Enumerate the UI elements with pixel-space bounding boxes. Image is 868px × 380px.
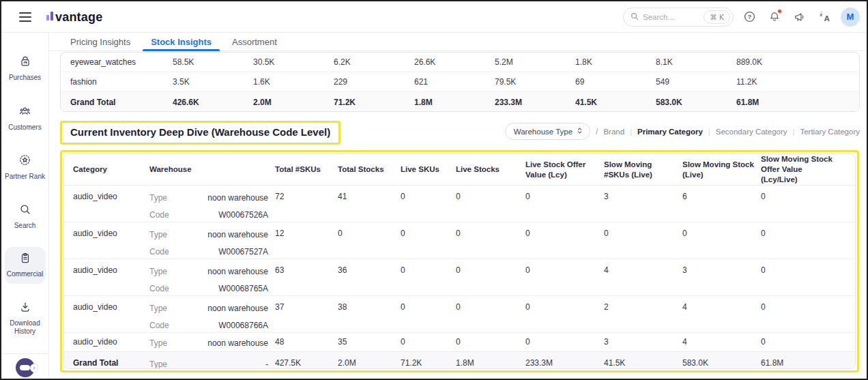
filter-primary-category[interactable]: Primary Category [637,128,703,136]
purchases-icon [19,55,31,70]
table-row: audio_video TypeCode noon warehouseW0006… [64,259,855,296]
sidebar-item-commercial[interactable]: Commercial [5,247,46,284]
sidebar-item-partner-rank[interactable]: Partner Rank [5,149,46,186]
logo-text: vantage [55,11,102,23]
slash-separator: / [596,127,598,136]
tab-pricing-insights[interactable]: Pricing Insights [70,33,130,50]
filter-brand[interactable]: Brand [603,128,624,136]
table-row: audio_video TypeCode noon warehouseW0006… [64,296,855,333]
pipe-separator: | [630,128,632,136]
svg-text:?: ? [747,14,751,20]
row-label: fashion [70,77,173,87]
filter-tertiary-category[interactable]: Tertiary Category [800,128,860,136]
sidebar-footer: › › [1,353,48,380]
megaphone-icon[interactable] [790,8,809,27]
customers-icon [18,104,31,120]
tab-stock-insights[interactable]: Stock Insights [151,33,212,50]
partner-rank-icon [18,154,31,169]
grand-total-row: Grand Total TypeCode -- 427.5K2.0M 71.2K… [64,351,855,369]
menu-icon[interactable] [19,12,31,22]
pipe-separator: | [708,128,710,136]
keyboard-shortcut-badge: ⌘ K [704,10,730,24]
row-label: eyewear_watches [70,57,173,67]
section-controls: Warehouse Type / Brand | Primary Categor… [505,123,860,140]
sidebar-item-label: Purchases [9,74,41,83]
table-row: audio_video Type noon warehouse 4835 00 … [64,333,855,351]
category-summary-table: eyewear_watches 58.5K30.5K 6.2K26.6K 5.2… [60,52,860,112]
warehouse-type-dropdown[interactable]: Warehouse Type [505,123,590,140]
search-input[interactable]: Search... ⌘ K [623,8,734,27]
search-placeholder: Search... [643,13,704,21]
sidebar-nav: Purchases Customers Partner Rank Search … [1,33,49,379]
highlight-annotation-table: Category Warehouse Total #SKUs Total Sto… [60,150,859,372]
pipe-separator: | [793,128,795,136]
notifications-bell-icon[interactable] [765,8,784,27]
help-icon[interactable]: ? [740,8,759,27]
topbar-actions: Search... ⌘ K ? xA M [623,8,860,27]
table-row: eyewear_watches 58.5K30.5K 6.2K26.6K 5.2… [61,53,859,72]
user-avatar[interactable]: M [841,8,860,27]
table-row: audio_video TypeCode noon warehouseW0006… [64,222,855,259]
table-row: audio_video TypeCode noon warehouseW0006… [64,186,855,222]
chevron-up-down-icon [577,126,583,136]
divider [1,353,48,354]
sidebar-item-label: Partner Rank [5,173,45,181]
row-label: Grand Total [70,98,173,107]
commercial-clipboard-icon [19,252,31,267]
highlight-annotation-title: Current Inventory Deep Dive (Warehouse C… [60,121,341,145]
download-icon [19,301,31,316]
svg-text:A: A [824,13,830,22]
tab-bar: Pricing Insights Stock Insights Assortme… [50,33,867,51]
filter-secondary-category[interactable]: Secondary Category [716,128,787,136]
inventory-deep-dive-table: Category Warehouse Total #SKUs Total Sto… [63,154,856,369]
top-bar: vantage Search... ⌘ K ? xA [1,1,867,33]
section-title: Current Inventory Deep Dive (Warehouse C… [70,126,330,138]
translate-icon[interactable]: xA [815,8,835,27]
vantage-logo[interactable]: vantage [46,11,102,23]
noon-account-avatar[interactable]: › [16,358,35,377]
chevron-right-badge: › [30,364,39,372]
grand-total-row: Grand Total 426.6K2.0M 71.2K1.8M 233.3M4… [61,92,859,112]
table-row: fashion 3.5K1.6K 229621 79.5K69 54911.2K [61,72,859,92]
sidebar-item-label: Commercial [7,270,43,279]
notification-dot [777,9,782,14]
sidebar-item-download-history[interactable]: Download History [5,296,46,341]
sidebar-item-customers[interactable]: Customers [5,100,46,137]
sidebar-item-search[interactable]: Search [5,199,46,235]
sidebar-item-purchases[interactable]: Purchases [5,50,46,87]
app-window: vantage Search... ⌘ K ? xA [0,0,868,380]
sidebar-search-icon [19,203,31,218]
main-content: Pricing Insights Stock Insights Assortme… [50,33,867,379]
table-header-row: Category Warehouse Total #SKUs Total Sto… [64,154,855,186]
logo-bars-icon [46,12,53,20]
sidebar-item-label: Search [14,222,36,231]
tab-assortment[interactable]: Assortment [232,33,277,50]
sidebar-item-label: Customers [8,123,41,132]
search-icon [631,11,639,23]
sidebar-item-label: Download History [5,319,46,336]
